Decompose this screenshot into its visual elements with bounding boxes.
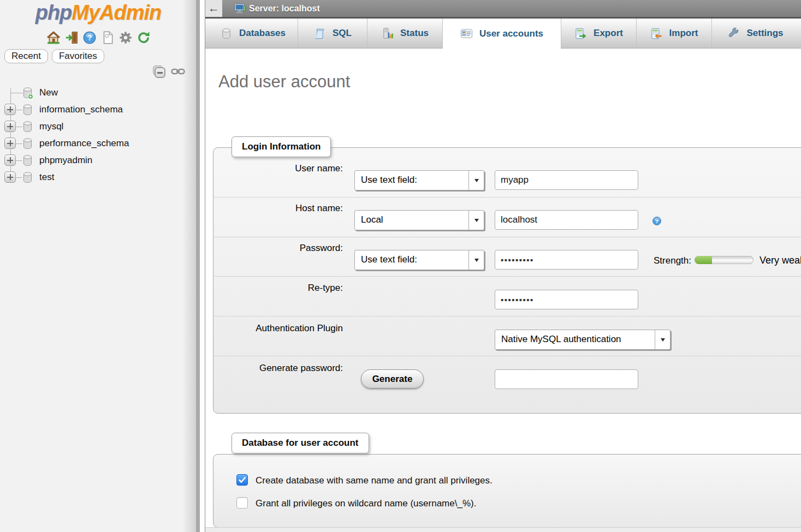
- strength-label: Strength:: [628, 255, 691, 266]
- import-tab-icon: [650, 27, 663, 40]
- create-database-checkbox[interactable]: [236, 474, 248, 486]
- logo-myadmin: MyAdmin: [72, 1, 161, 24]
- database-icon: [22, 104, 33, 116]
- dropdown-arrow-icon: [468, 171, 484, 190]
- tab-sql[interactable]: SQL: [298, 19, 367, 48]
- dropdown-arrow-icon: [468, 211, 484, 230]
- tab-status[interactable]: Status: [367, 19, 442, 48]
- database-for-user-fieldset: Database for user account Create databas…: [213, 454, 801, 528]
- password-type-select[interactable]: Use text field:: [354, 250, 484, 270]
- server-title: Server: localhost: [249, 0, 320, 17]
- logout-icon[interactable]: [64, 31, 79, 45]
- tab-databases[interactable]: Databases: [208, 19, 298, 48]
- user-name-label: User name:: [213, 163, 343, 174]
- horizontal-scrollbar[interactable]: [205, 527, 801, 532]
- svg-text:?: ?: [87, 33, 92, 42]
- tree-label-information-schema[interactable]: information_schema: [39, 101, 123, 118]
- host-name-label: Host name:: [213, 203, 343, 214]
- tab-export[interactable]: Export: [561, 19, 636, 48]
- sidebar-scrollbar[interactable]: [196, 0, 200, 532]
- home-icon[interactable]: [46, 31, 61, 45]
- generate-button[interactable]: Generate: [361, 369, 424, 388]
- login-information-fieldset: Login Information User name: Use text fi…: [213, 147, 801, 414]
- back-arrow-icon: ←: [208, 2, 219, 14]
- host-name-type-select[interactable]: Local: [354, 210, 484, 230]
- password-input[interactable]: [495, 250, 638, 270]
- database-icon: [22, 121, 33, 133]
- auth-plugin-label: Authentication Plugin: [213, 323, 343, 334]
- strength-verdict: Very weak: [760, 255, 801, 266]
- tab-label: Databases: [239, 28, 286, 39]
- phpmyadmin-logo[interactable]: phpMyAdmin: [0, 1, 197, 25]
- create-database-label[interactable]: Create database with same name and grant…: [256, 475, 493, 486]
- dropdown-arrow-icon: [468, 250, 484, 270]
- sidebar-scrollbar-track: [200, 0, 205, 532]
- back-arrow-button[interactable]: ←: [205, 0, 222, 17]
- page-title: Add user account: [218, 72, 350, 92]
- export-tab-icon: [574, 27, 587, 40]
- favorites-button[interactable]: Favorites: [52, 49, 104, 63]
- databases-tab-icon: [220, 27, 233, 40]
- strength-meter-fill: [695, 256, 712, 264]
- select-value: Native MySQL authentication: [501, 330, 621, 349]
- quick-access-buttons: Recent Favorites: [4, 49, 104, 63]
- gear-icon[interactable]: [118, 31, 133, 45]
- tree-label-mysql[interactable]: mysql: [39, 118, 63, 135]
- expand-plus-icon[interactable]: [4, 104, 16, 115]
- tab-label: Settings: [746, 28, 783, 39]
- expand-plus-icon[interactable]: [4, 154, 16, 166]
- tab-settings[interactable]: Settings: [711, 19, 799, 48]
- retype-label: Re-type:: [213, 283, 343, 294]
- svg-text:?: ?: [655, 218, 658, 224]
- tab-label: Export: [594, 28, 623, 39]
- sidebar-toolbar: ?: [0, 31, 197, 45]
- retype-password-input[interactable]: [495, 290, 638, 309]
- documentation-icon[interactable]: [100, 31, 115, 45]
- host-name-input[interactable]: [495, 210, 638, 230]
- host-help-icon[interactable]: ?: [652, 216, 662, 226]
- tab-import[interactable]: Import: [636, 19, 711, 48]
- strength-meter: [695, 256, 753, 264]
- tree-item-mysql: mysql: [0, 118, 197, 135]
- grant-wildcard-checkbox[interactable]: [236, 497, 248, 509]
- tab-user-accounts[interactable]: User accounts: [442, 19, 561, 49]
- help-icon[interactable]: ?: [82, 31, 97, 45]
- grant-wildcard-label[interactable]: Grant all privileges on wildcard name (u…: [256, 498, 476, 509]
- user-name-type-select[interactable]: Use text field:: [354, 170, 484, 190]
- tab-label: Status: [400, 28, 429, 39]
- reload-navigation-icon[interactable]: [137, 31, 151, 45]
- select-value: Local: [361, 211, 383, 229]
- user-name-input[interactable]: [495, 170, 638, 190]
- server-titlebar: ← Server: localhost: [205, 0, 801, 19]
- tree-label-performance-schema[interactable]: performance_schema: [39, 135, 129, 152]
- database-icon: [22, 154, 33, 167]
- generated-password-input[interactable]: [495, 369, 638, 389]
- unlink-icon[interactable]: [171, 68, 185, 77]
- auth-plugin-select[interactable]: Native MySQL authentication: [495, 330, 671, 350]
- main-panel: ← Server: localhost Databases SQL Status…: [205, 0, 801, 532]
- tab-label: SQL: [333, 28, 352, 39]
- server-icon: [234, 2, 246, 15]
- settings-tab-icon: [727, 27, 740, 40]
- logo-php: php: [35, 1, 72, 24]
- navigation-sidebar: phpMyAdmin ? Recent Favorites: [0, 0, 205, 532]
- sidebar-edge-gradient: [182, 0, 196, 532]
- tree-label-phpmyadmin[interactable]: phpmyadmin: [39, 152, 92, 169]
- expand-plus-icon[interactable]: [4, 121, 16, 132]
- login-information-legend: Login Information: [232, 136, 331, 157]
- database-icon: [22, 171, 33, 184]
- check-icon: [238, 476, 246, 484]
- tree-label-new[interactable]: New: [39, 85, 58, 101]
- database-icon: [22, 138, 33, 150]
- tree-label-test[interactable]: test: [39, 169, 54, 186]
- collapse-all-icon[interactable]: [155, 67, 165, 78]
- expand-plus-icon[interactable]: [4, 138, 16, 149]
- tab-bar: Databases SQL Status User accounts Expor…: [205, 19, 801, 49]
- generate-password-label: Generate password:: [213, 363, 343, 374]
- expand-plus-icon[interactable]: [4, 171, 16, 183]
- tree-item-information-schema: information_schema: [0, 101, 197, 118]
- tab-label: Import: [669, 28, 698, 39]
- tree-item-phpmyadmin: phpmyadmin: [0, 152, 197, 169]
- recent-button[interactable]: Recent: [4, 49, 48, 63]
- tree-item-test: test: [0, 169, 197, 186]
